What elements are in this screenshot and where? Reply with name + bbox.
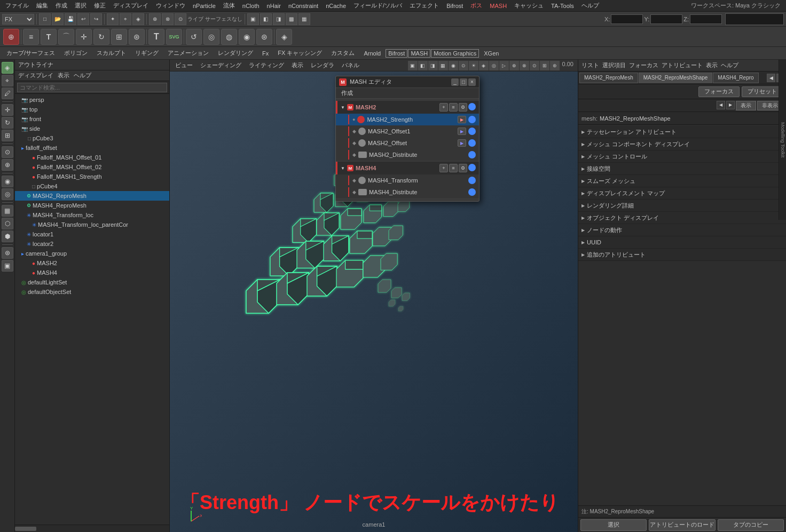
snap1-btn[interactable]: ⊕ xyxy=(149,13,161,25)
mash-menu-create[interactable]: 作成 xyxy=(338,89,356,98)
node-arrow[interactable]: ▶ xyxy=(458,139,466,147)
lasso-btn[interactable]: ⌖ xyxy=(120,13,131,25)
vp-icon15[interactable]: ⊛ xyxy=(550,61,560,70)
face-tool-btn[interactable]: ⬡ xyxy=(2,218,13,229)
submenu-custom[interactable]: カスタム xyxy=(327,48,359,58)
submenu-motiongraphics[interactable]: Motion Graphics xyxy=(431,49,479,58)
anim2-btn[interactable]: ◎ xyxy=(203,29,219,45)
curve-btn[interactable]: ⌒ xyxy=(58,29,74,45)
node-visibility[interactable] xyxy=(468,128,476,135)
attr-section-tangent-header[interactable]: ▶ 接線空間 xyxy=(578,163,786,174)
render-a-btn[interactable]: ◈ xyxy=(276,29,292,45)
tab-mash2-repromesh-shape[interactable]: MASH2_ReproMeshShape xyxy=(639,73,713,83)
menu-nconstraint[interactable]: nConstraint xyxy=(285,2,321,10)
save-btn[interactable]: 💾 xyxy=(65,13,76,25)
submenu-poly[interactable]: ポリゴン xyxy=(60,48,92,58)
snap3-btn[interactable]: ⊙ xyxy=(175,13,186,25)
node-visibility[interactable] xyxy=(468,139,476,147)
outliner-menu-show[interactable]: 表示 xyxy=(58,72,69,80)
vp-icon11[interactable]: ⊕ xyxy=(509,61,519,70)
menu-fields[interactable]: フィールド/ソルバ xyxy=(350,1,405,11)
rp-menu-list[interactable]: リスト xyxy=(581,61,599,69)
vp-icon6[interactable]: ⊙ xyxy=(459,61,468,70)
rp-menu-focus[interactable]: フォーカス xyxy=(629,61,658,69)
h-scrollbar[interactable] xyxy=(15,526,169,531)
snap2-btn[interactable]: ⊗ xyxy=(162,13,174,25)
menu-display[interactable]: ディスプレイ xyxy=(110,1,152,11)
tree-item-pcube4[interactable]: □ pCube4 xyxy=(15,181,169,191)
render3-btn[interactable]: ◨ xyxy=(273,13,285,25)
new-scene-btn[interactable]: □ xyxy=(39,13,51,25)
menu-bifrost[interactable]: Bifrost xyxy=(443,2,466,10)
mash4-settings-btn[interactable]: ⚙ xyxy=(459,164,467,172)
tree-item-falloff01[interactable]: ● Falloff_MASH_Offset_01 xyxy=(15,153,169,162)
x-input[interactable] xyxy=(611,14,643,24)
menu-ncloth[interactable]: nCloth xyxy=(239,2,263,10)
vp-icon13[interactable]: ⊙ xyxy=(530,61,539,70)
anim3-btn[interactable]: ◍ xyxy=(221,29,237,45)
vp-menu-shading[interactable]: シェーディング xyxy=(197,61,245,70)
select-mode-btn[interactable]: ≡ xyxy=(23,29,39,45)
submenu-xgen[interactable]: XGen xyxy=(480,49,503,58)
edge-tool-btn[interactable]: ⬢ xyxy=(2,231,13,242)
undo-btn[interactable]: ↩ xyxy=(77,13,89,25)
vp-icon10[interactable]: ▷ xyxy=(499,61,509,70)
mesh-tool-btn[interactable]: ▦ xyxy=(2,205,13,217)
node-visibility[interactable] xyxy=(468,177,476,184)
render1-btn[interactable]: ▣ xyxy=(247,13,259,25)
tree-item-mash4-repromesh[interactable]: ⚙ MASH4_ReproMesh xyxy=(15,201,169,210)
show-btn[interactable]: 表示 xyxy=(736,101,756,110)
vp-menu-view[interactable]: ビュー xyxy=(172,61,196,70)
menu-boss[interactable]: ボス xyxy=(467,1,485,11)
vp-icon9[interactable]: ◎ xyxy=(489,61,499,70)
sculpt2-btn[interactable]: ◎ xyxy=(2,188,13,200)
mash4-add-btn[interactable]: + xyxy=(439,164,448,172)
window-maximize-btn[interactable]: □ xyxy=(460,78,467,86)
tree-item-mash4-parentcor[interactable]: ✳ MASH4_Transform_loc_parentCor xyxy=(15,220,169,229)
preset-btn[interactable]: プリセット xyxy=(742,86,783,97)
menu-mash[interactable]: MASH xyxy=(486,2,510,10)
attr-section-object-display-header[interactable]: ▶ オブジェクト ディスプレイ xyxy=(578,212,786,224)
vp-icon1[interactable]: ▣ xyxy=(408,61,418,70)
menu-edit[interactable]: 編集 xyxy=(33,1,51,11)
vp-icon14[interactable]: ⊞ xyxy=(540,61,549,70)
select-btn[interactable]: 選択 xyxy=(580,519,647,531)
left-nav-icon[interactable]: ◀ xyxy=(717,101,725,109)
tab-nav-prev[interactable]: ◀ xyxy=(767,74,775,82)
tree-item-mash4-transform-loc[interactable]: ✳ MASH4_Transform_loc xyxy=(15,210,169,220)
attr-section-tessellation-header[interactable]: ▶ テッセレーション アトリビュート xyxy=(578,126,786,138)
transform-btn[interactable]: ⊕ xyxy=(3,29,19,45)
tab-mash2-repromesh[interactable]: MASH2_ReproMesh xyxy=(579,73,638,83)
attr-section-render-detail-header[interactable]: ▶ レンダリング詳細 xyxy=(578,200,786,211)
fx-select[interactable]: FX xyxy=(2,14,34,25)
copy-tab-btn[interactable]: タブのコピー xyxy=(718,519,784,531)
menu-help[interactable]: ヘルプ xyxy=(578,1,602,11)
mash4-transform-node[interactable]: ◆ MASH4_Transform xyxy=(336,174,479,186)
submenu-anim[interactable]: アニメーション xyxy=(163,48,213,58)
attr-section-mesh-component-header[interactable]: ▶ メッシュ コンポーネント ディスプレイ xyxy=(578,138,786,150)
redo-btn[interactable]: ↪ xyxy=(90,13,102,25)
menu-modify[interactable]: 修正 xyxy=(91,1,109,11)
vp-icon7[interactable]: ☀ xyxy=(469,61,478,70)
tab-mash4-repro[interactable]: MASH4_Repro xyxy=(713,73,758,83)
mash4-group-header[interactable]: ▼ M MASH4 + ≡ ⚙ xyxy=(336,162,479,174)
tree-item-falloff-strength[interactable]: ● Falloff_MASH1_Strength xyxy=(15,172,169,181)
render5-btn[interactable]: ▦ xyxy=(298,13,310,25)
menu-window[interactable]: ウィンドウ xyxy=(153,1,188,11)
attr-section-displacement-header[interactable]: ▶ ディスプレイスメント マップ xyxy=(578,187,786,199)
vp-icon3[interactable]: ◨ xyxy=(428,61,438,70)
attr-section-smooth-mesh-header[interactable]: ▶ スムーズ メッシュ xyxy=(578,175,786,187)
z-input[interactable] xyxy=(690,14,722,24)
select-btn[interactable]: ✦ xyxy=(107,13,119,25)
submenu-curves[interactable]: カーブ/サーフェス xyxy=(2,48,59,58)
node-visibility[interactable] xyxy=(468,116,476,123)
snap-tool-btn[interactable]: ⊕ xyxy=(2,159,13,171)
window-close-btn[interactable]: × xyxy=(468,78,476,86)
menu-ncache[interactable]: nCache xyxy=(323,2,349,10)
outliner-search-input[interactable] xyxy=(17,83,167,92)
menu-nparticle[interactable]: nParticle xyxy=(190,2,219,10)
open-btn[interactable]: 📂 xyxy=(52,13,64,25)
select-tool-btn[interactable]: ◈ xyxy=(2,62,13,74)
mash2-visibility-btn[interactable] xyxy=(468,103,476,110)
rp-menu-help[interactable]: ヘルプ xyxy=(721,61,738,69)
